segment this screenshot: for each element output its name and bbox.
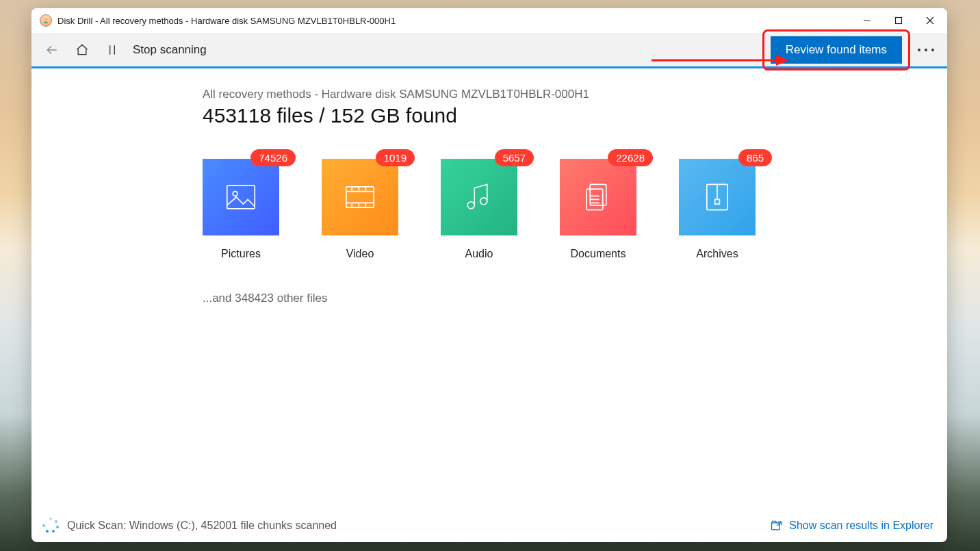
pictures-label: Pictures <box>221 248 261 260</box>
title-bar: Disk Drill - All recovery methods - Hard… <box>31 8 947 33</box>
video-icon <box>341 179 378 216</box>
window-title: Disk Drill - All recovery methods - Hard… <box>57 16 396 26</box>
breadcrumb: All recovery methods - Hardware disk SAM… <box>203 88 947 101</box>
pictures-tile: 74526 <box>203 159 279 235</box>
archives-icon <box>699 179 736 216</box>
svg-point-0 <box>44 18 47 21</box>
svg-rect-30 <box>715 199 720 204</box>
pictures-icon <box>222 179 259 216</box>
category-pictures[interactable]: 74526 Pictures <box>203 159 279 260</box>
maximize-button[interactable] <box>883 8 914 33</box>
archives-label: Archives <box>696 248 738 260</box>
spinner-icon <box>42 517 59 534</box>
stop-scanning-label[interactable]: Stop scanning <box>133 43 207 57</box>
explorer-link-text: Show scan results in Explorer <box>789 520 933 532</box>
svg-point-11 <box>233 192 237 196</box>
category-documents[interactable]: 22628 Documents <box>560 159 636 260</box>
pause-button[interactable] <box>99 36 126 64</box>
svg-rect-2 <box>896 18 902 24</box>
audio-tile: 5657 <box>441 159 517 235</box>
video-label: Video <box>346 248 374 260</box>
category-archives[interactable]: 865 Archives <box>679 159 756 260</box>
audio-count-badge: 5657 <box>495 149 534 166</box>
svg-rect-23 <box>590 184 606 205</box>
audio-icon <box>461 179 498 216</box>
title-left: Disk Drill - All recovery methods - Hard… <box>40 14 396 27</box>
main-content: All recovery methods - Hardware disk SAM… <box>31 68 947 509</box>
archives-tile: 865 <box>679 159 756 235</box>
documents-tile: 22628 <box>560 159 636 235</box>
review-found-items-button[interactable]: Review found items <box>771 36 902 64</box>
pictures-count-badge: 74526 <box>250 149 296 166</box>
svg-rect-12 <box>346 187 374 207</box>
more-menu-button[interactable] <box>912 36 940 64</box>
svg-point-22 <box>480 198 487 205</box>
video-tile: 1019 <box>322 159 398 235</box>
back-button[interactable] <box>38 36 66 64</box>
minimize-button[interactable] <box>851 8 883 33</box>
close-button[interactable] <box>914 8 946 33</box>
archives-count-badge: 865 <box>738 149 772 166</box>
documents-icon <box>580 179 617 216</box>
documents-label: Documents <box>571 248 626 260</box>
category-row: 74526 Pictures 1019 Video 5657 <box>203 159 947 260</box>
window-controls <box>851 8 946 33</box>
status-text: Quick Scan: Windows (C:), 452001 file ch… <box>67 520 337 532</box>
home-button[interactable] <box>68 36 96 64</box>
toolbar: Stop scanning Review found items <box>31 33 947 68</box>
svg-rect-10 <box>227 185 255 209</box>
status-bar: Quick Scan: Windows (C:), 452001 file ch… <box>31 509 947 542</box>
status-left: Quick Scan: Windows (C:), 452001 file ch… <box>42 517 337 534</box>
app-window: Disk Drill - All recovery methods - Hard… <box>31 8 947 542</box>
svg-point-21 <box>467 202 474 209</box>
video-count-badge: 1019 <box>376 149 415 166</box>
svg-rect-31 <box>772 523 780 530</box>
other-files-text: ...and 348423 other files <box>203 292 947 305</box>
category-audio[interactable]: 5657 Audio <box>441 159 517 260</box>
category-video[interactable]: 1019 Video <box>322 159 398 260</box>
found-summary: 453118 files / 152 GB found <box>203 104 947 127</box>
review-button-wrap: Review found items <box>771 36 902 64</box>
audio-label: Audio <box>465 248 493 260</box>
explorer-icon <box>770 519 784 533</box>
documents-count-badge: 22628 <box>608 149 653 166</box>
show-in-explorer-link[interactable]: Show scan results in Explorer <box>770 519 933 533</box>
app-icon <box>40 14 52 27</box>
